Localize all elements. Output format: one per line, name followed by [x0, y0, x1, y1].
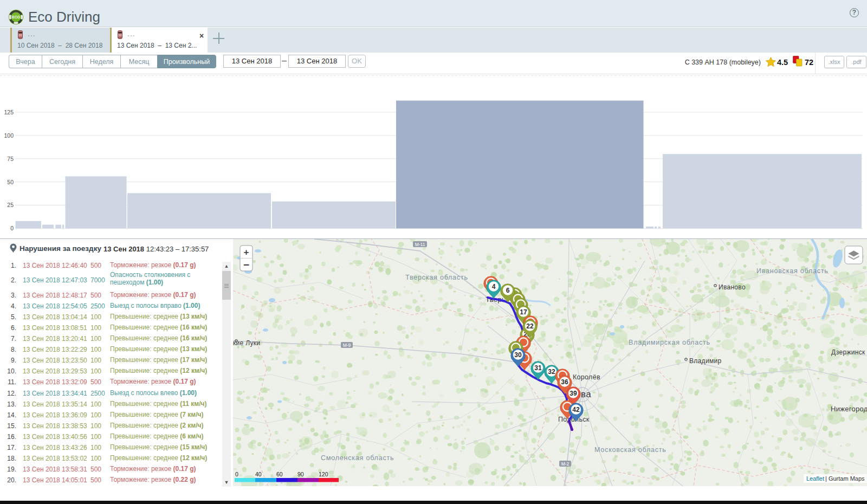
svg-text:0: 0 [10, 225, 14, 231]
svg-text:| Gurtam Maps: | Gurtam Maps [825, 475, 865, 482]
svg-text:120: 120 [319, 471, 328, 477]
svg-text:60: 60 [276, 471, 283, 477]
svg-text:Московская область: Московская область [594, 446, 667, 454]
svg-text:Ивановская область: Ивановская область [756, 267, 829, 275]
svg-text:М-9: М-9 [343, 343, 351, 348]
svg-text:+: + [244, 247, 249, 257]
svg-text:Смоленская область: Смоленская область [321, 454, 394, 462]
svg-text:39: 39 [570, 390, 577, 397]
svg-text:40: 40 [255, 471, 262, 477]
svg-text:Королёв: Королёв [573, 373, 600, 381]
svg-text:50: 50 [7, 179, 14, 185]
svg-text:6: 6 [506, 287, 510, 294]
svg-text:17: 17 [520, 308, 527, 316]
svg-text:0: 0 [235, 471, 238, 477]
svg-text:Владимир: Владимир [689, 357, 721, 365]
svg-text:42: 42 [572, 406, 580, 413]
svg-text:75: 75 [7, 156, 14, 162]
svg-text:ECO: ECO [12, 15, 20, 19]
svg-text:100: 100 [4, 132, 14, 139]
svg-text:М-2: М-2 [561, 461, 570, 467]
svg-text:М-11: М-11 [415, 242, 425, 247]
svg-text:30: 30 [514, 351, 522, 359]
svg-text:125: 125 [4, 109, 14, 115]
svg-text:Иваново: Иваново [719, 283, 746, 291]
svg-text:кие Луки: кие Луки [233, 339, 260, 347]
svg-text:25: 25 [7, 202, 14, 208]
svg-text:−: − [243, 259, 249, 270]
svg-text:31: 31 [534, 364, 542, 372]
svg-text:Дзержинск: Дзержинск [831, 348, 865, 356]
svg-text:Leaflet: Leaflet [806, 475, 824, 482]
svg-text:Тверская область: Тверская область [405, 274, 468, 281]
svg-text:90: 90 [297, 471, 304, 477]
svg-text:32: 32 [548, 368, 555, 376]
svg-text:ва: ва [581, 389, 591, 399]
svg-text:22: 22 [526, 322, 534, 330]
svg-text:4: 4 [492, 283, 496, 290]
svg-text:Владимирская область: Владимирская область [629, 339, 710, 346]
svg-text:Нижегородс: Нижегородс [831, 405, 867, 413]
svg-text:36: 36 [561, 378, 568, 386]
